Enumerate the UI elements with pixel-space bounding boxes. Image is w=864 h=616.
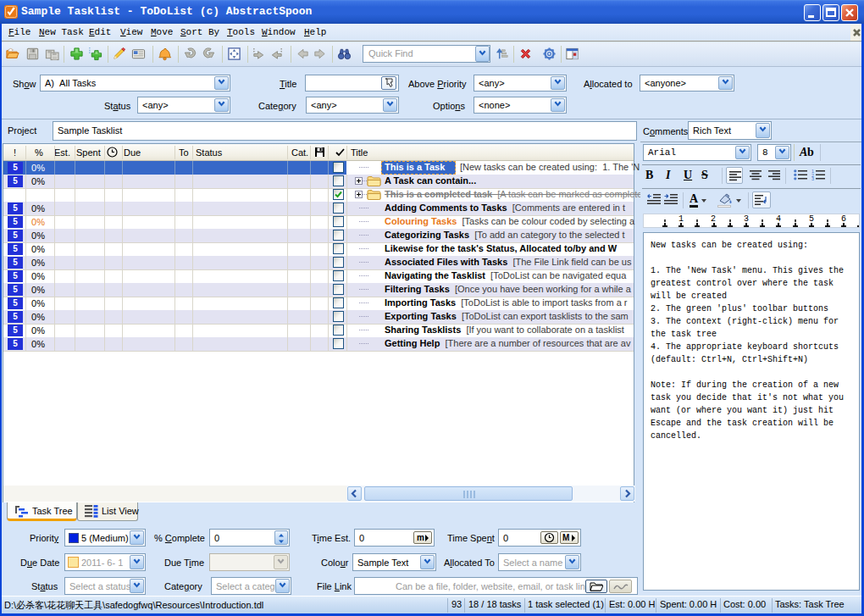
svg-text:3: 3 <box>811 176 814 180</box>
